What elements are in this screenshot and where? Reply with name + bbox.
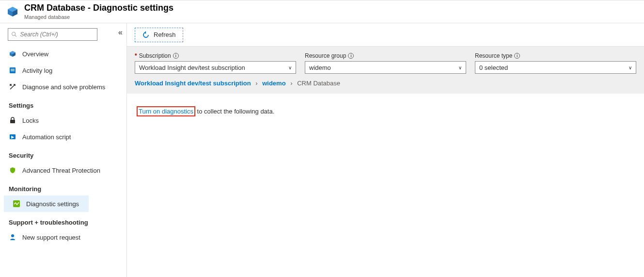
breadcrumb-subscription[interactable]: Workload Insight dev/test subscription [135,80,251,87]
info-icon[interactable]: i [173,53,179,59]
svg-marker-16 [144,31,146,34]
select-value: Workload Insight dev/test subscription [139,64,245,71]
search-icon [11,31,17,38]
sidebar-item-new-support-request[interactable]: New support request [0,229,126,245]
toolbar: Refresh [127,23,644,47]
refresh-button[interactable]: Refresh [135,28,183,42]
breadcrumb-resource-group[interactable]: widemo [262,80,285,87]
sidebar-heading-support: Support + troubleshooting [0,212,126,229]
highlight-annotation: Diagnostic settings [4,196,89,212]
page-subtitle: Managed database [24,14,173,20]
refresh-icon [142,31,150,39]
filters-bar: * Subscription i Workload Insight dev/te… [127,47,644,94]
sidebar: « Overview Activity log Diagnose and sol… [0,23,127,277]
svg-line-4 [15,35,16,37]
database-cube-icon [7,6,18,17]
chevron-down-icon: ∨ [458,65,462,70]
sidebar-item-overview[interactable]: Overview [0,46,126,62]
sidebar-search[interactable] [8,28,97,41]
chevron-down-icon: ∨ [628,65,632,70]
refresh-label: Refresh [154,31,176,38]
resource-type-select[interactable]: 0 selected ∨ [475,61,636,74]
sidebar-item-label: Overview [22,50,48,58]
subscription-select[interactable]: Workload Insight dev/test subscription ∨ [135,61,296,74]
breadcrumb-current: CRM Database [297,80,340,87]
info-icon[interactable]: i [348,53,354,59]
content-rest-text: to collect the following data. [195,108,274,115]
sidebar-item-label: Diagnose and solve problems [22,83,105,91]
support-request-icon [9,233,16,241]
sidebar-item-label: Automation script [22,133,71,141]
info-icon[interactable]: i [514,53,520,59]
breadcrumb-separator: › [255,80,257,87]
svg-rect-9 [11,69,15,70]
sidebar-heading-settings: Settings [0,95,126,112]
search-input[interactable] [20,31,94,38]
sidebar-item-diagnostic-settings[interactable]: Diagnostic settings [4,196,89,212]
lock-icon [9,116,16,124]
sidebar-item-activity-log[interactable]: Activity log [0,62,126,79]
automation-script-icon: ▶ [9,133,16,141]
filter-subscription: * Subscription i Workload Insight dev/te… [135,52,296,74]
sidebar-item-label: Diagnostic settings [26,200,79,208]
main-panel: Refresh * Subscription i Workload Insigh… [127,23,644,277]
sidebar-heading-security: Security [0,145,126,162]
sidebar-item-diagnose[interactable]: Diagnose and solve problems [0,79,126,95]
shield-icon [9,166,16,174]
filter-label-text: Subscription [139,52,171,59]
select-value: 0 selected [479,64,508,71]
sidebar-item-label: Advanced Threat Protection [22,167,100,174]
activity-log-icon [9,66,16,74]
resource-group-select[interactable]: widemo ∨ [305,61,466,74]
sidebar-item-advanced-threat-protection[interactable]: Advanced Threat Protection [0,162,126,179]
turn-on-diagnostics-link[interactable]: Turn on diagnostics [139,108,193,115]
diagnose-icon [9,83,16,91]
svg-point-15 [11,234,14,237]
collapse-sidebar-icon[interactable]: « [118,28,123,37]
sidebar-item-label: Locks [22,117,39,124]
select-value: widemo [309,64,331,71]
page-header: CRM Database - Diagnostic settings Manag… [0,0,644,23]
filter-label-text: Resource group [305,52,346,59]
svg-rect-10 [11,70,15,71]
content-area: Turn on diagnostics to collect the follo… [127,94,644,129]
diagnostic-settings-icon [13,200,20,208]
breadcrumb-separator: › [290,80,292,87]
required-indicator: * [135,52,137,59]
filter-resource-type: Resource type i 0 selected ∨ [475,52,636,74]
highlight-annotation: Turn on diagnostics [137,106,195,116]
sidebar-heading-monitoring: Monitoring [0,179,126,196]
svg-rect-11 [10,120,15,123]
svg-text:▶: ▶ [11,135,15,139]
sidebar-item-automation-script[interactable]: ▶ Automation script [0,129,126,145]
filter-resource-group: Resource group i widemo ∨ [305,52,466,74]
chevron-down-icon: ∨ [288,65,292,70]
sidebar-item-label: Activity log [22,67,52,74]
sidebar-item-locks[interactable]: Locks [0,112,126,129]
svg-point-3 [12,32,16,35]
sidebar-item-label: New support request [22,234,80,241]
overview-icon [9,50,16,58]
filter-label-text: Resource type [475,52,512,59]
page-title: CRM Database - Diagnostic settings [24,3,173,13]
breadcrumb: Workload Insight dev/test subscription ›… [135,80,636,87]
